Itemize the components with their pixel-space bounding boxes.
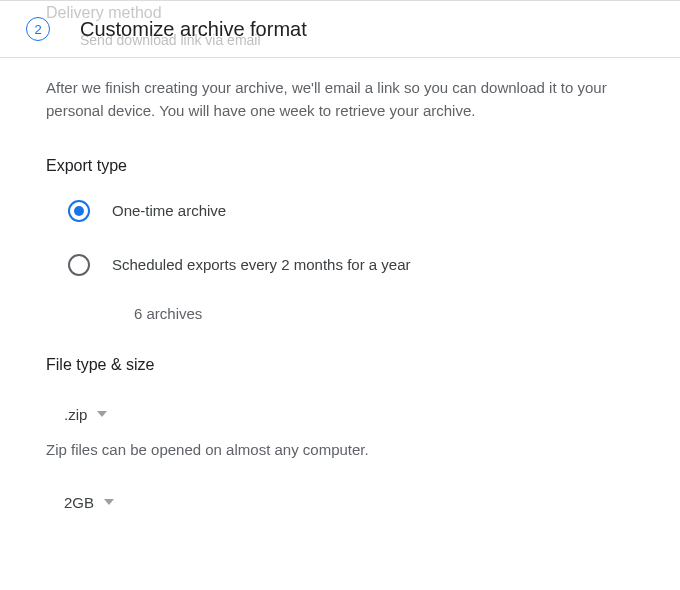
export-type-heading: Export type bbox=[46, 157, 634, 175]
export-type-radio-group: One-time archive Scheduled exports every… bbox=[46, 199, 634, 322]
file-type-dropdown[interactable]: .zip bbox=[46, 398, 113, 431]
chevron-down-icon bbox=[97, 411, 107, 417]
file-type-size-heading: File type & size bbox=[46, 356, 634, 374]
step-title: Customize archive format bbox=[80, 18, 307, 41]
file-type-value: .zip bbox=[64, 406, 87, 423]
step-header: Delivery method Send download link via e… bbox=[0, 0, 680, 58]
description-text: After we finish creating your archive, w… bbox=[46, 76, 634, 123]
radio-sublabel: 6 archives bbox=[134, 305, 634, 322]
radio-scheduled-exports[interactable]: Scheduled exports every 2 months for a y… bbox=[68, 253, 634, 277]
radio-icon bbox=[68, 254, 90, 276]
radio-one-time-archive[interactable]: One-time archive bbox=[68, 199, 634, 223]
file-size-dropdown[interactable]: 2GB bbox=[46, 486, 120, 519]
file-size-value: 2GB bbox=[64, 494, 94, 511]
chevron-down-icon bbox=[104, 499, 114, 505]
radio-label: One-time archive bbox=[112, 202, 226, 219]
content-area: After we finish creating your archive, w… bbox=[0, 58, 680, 519]
step-number-badge: 2 bbox=[26, 17, 50, 41]
radio-icon bbox=[68, 200, 90, 222]
radio-label: Scheduled exports every 2 months for a y… bbox=[112, 256, 411, 273]
file-type-description: Zip files can be opened on almost any co… bbox=[46, 441, 634, 458]
